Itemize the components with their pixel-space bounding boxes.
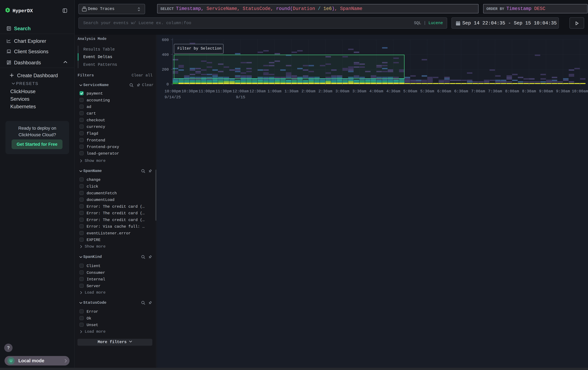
svg-text:3:00am: 3:00am bbox=[335, 89, 349, 93]
svg-text:200: 200 bbox=[162, 67, 169, 72]
svg-text:4:00am: 4:00am bbox=[369, 89, 383, 93]
svg-text:12:00am: 12:00am bbox=[232, 89, 249, 93]
svg-text:9/14/25: 9/14/25 bbox=[165, 95, 181, 100]
svg-text:0: 0 bbox=[167, 82, 169, 87]
svg-text:600: 600 bbox=[162, 38, 169, 42]
svg-text:5:30am: 5:30am bbox=[420, 89, 434, 93]
svg-text:8:30am: 8:30am bbox=[522, 89, 536, 93]
svg-text:7:30am: 7:30am bbox=[488, 89, 502, 93]
svg-text:8:00am: 8:00am bbox=[505, 89, 519, 93]
svg-text:10:00pm: 10:00pm bbox=[165, 89, 181, 93]
svg-text:9:00am: 9:00am bbox=[539, 89, 553, 93]
svg-text:6:00am: 6:00am bbox=[437, 89, 451, 93]
svg-text:5:00am: 5:00am bbox=[403, 89, 417, 93]
svg-text:9:30am: 9:30am bbox=[556, 89, 570, 93]
svg-text:10:00am: 10:00am bbox=[572, 89, 588, 93]
svg-text:12:30am: 12:30am bbox=[249, 89, 266, 93]
svg-text:2:30am: 2:30am bbox=[318, 89, 332, 93]
svg-text:11:30pm: 11:30pm bbox=[215, 89, 232, 93]
svg-text:11:00pm: 11:00pm bbox=[199, 89, 215, 93]
svg-text:Filter by Selection: Filter by Selection bbox=[178, 46, 221, 51]
svg-text:10:30pm: 10:30pm bbox=[181, 89, 198, 93]
svg-text:1:00am: 1:00am bbox=[268, 89, 282, 93]
svg-text:7:00am: 7:00am bbox=[471, 89, 485, 93]
svg-text:2:00am: 2:00am bbox=[301, 89, 315, 93]
svg-text:9/15: 9/15 bbox=[236, 95, 245, 100]
svg-text:1:30am: 1:30am bbox=[284, 89, 298, 93]
svg-text:6:30am: 6:30am bbox=[454, 89, 468, 93]
svg-text:400: 400 bbox=[162, 53, 169, 57]
svg-text:4:30am: 4:30am bbox=[386, 89, 400, 93]
svg-text:3:30am: 3:30am bbox=[352, 89, 366, 93]
